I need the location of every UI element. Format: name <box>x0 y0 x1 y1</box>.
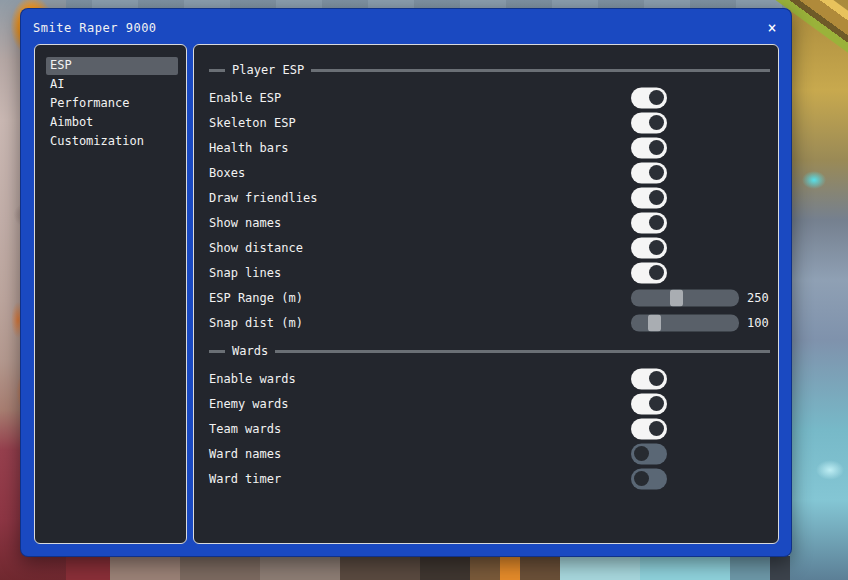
sidebar-item-ai[interactable]: AI <box>46 76 178 94</box>
separator-line <box>311 69 770 72</box>
setting-label: Boxes <box>209 166 245 180</box>
setting-row: Skeleton ESP <box>194 110 778 135</box>
setting-label: Team wards <box>209 422 281 436</box>
setting-label: Show names <box>209 216 281 230</box>
setting-row: Show names <box>194 210 778 235</box>
toggle-knob <box>649 140 664 155</box>
toggle-knob <box>649 371 664 386</box>
section-header-wards: Wards <box>209 341 770 361</box>
setting-row: Team wards <box>194 416 778 441</box>
setting-label: Snap dist (m) <box>209 316 303 330</box>
toggle-knob <box>649 190 664 205</box>
slider-value: 100 <box>747 316 769 330</box>
toggle-skeleton-esp[interactable] <box>631 112 667 133</box>
sidebar-item-performance[interactable]: Performance <box>46 95 178 113</box>
setting-row: Show distance <box>194 235 778 260</box>
slider-esp-range[interactable] <box>631 289 739 306</box>
toggle-knob <box>649 90 664 105</box>
separator-line <box>275 350 770 353</box>
toggle-snap-lines[interactable] <box>631 262 667 283</box>
toggle-enemy-wards[interactable] <box>631 393 667 414</box>
setting-row: Snap lines <box>194 260 778 285</box>
section-title: Wards <box>225 344 275 358</box>
setting-label: Enemy wards <box>209 397 288 411</box>
separator-dash <box>209 350 225 353</box>
toggle-knob <box>634 446 649 461</box>
setting-row: Enable ESP <box>194 85 778 110</box>
sidebar-item-customization[interactable]: Customization <box>46 133 178 151</box>
close-icon[interactable]: × <box>763 19 781 37</box>
toggle-show-distance[interactable] <box>631 237 667 258</box>
setting-label: Health bars <box>209 141 288 155</box>
toggle-team-wards[interactable] <box>631 418 667 439</box>
background-right-figure <box>790 0 848 580</box>
setting-row: Ward timer <box>194 466 778 491</box>
setting-row: Enemy wards <box>194 391 778 416</box>
toggle-knob <box>649 240 664 255</box>
setting-label: Snap lines <box>209 266 281 280</box>
section-title: Player ESP <box>225 63 311 77</box>
slider-value: 250 <box>747 291 769 305</box>
toggle-knob <box>649 421 664 436</box>
setting-label: Skeleton ESP <box>209 116 296 130</box>
setting-label: Ward names <box>209 447 281 461</box>
toggle-knob <box>649 165 664 180</box>
setting-row: Boxes <box>194 160 778 185</box>
sidebar-item-aimbot[interactable]: Aimbot <box>46 114 178 132</box>
settings-panel: Player ESP Enable ESP Skeleton ESP Healt… <box>193 44 779 544</box>
toggle-enable-esp[interactable] <box>631 87 667 108</box>
setting-row: ESP Range (m) 250 <box>194 285 778 310</box>
setting-label: Draw friendlies <box>209 191 317 205</box>
sidebar-item-esp[interactable]: ESP <box>46 57 178 75</box>
toggle-boxes[interactable] <box>631 162 667 183</box>
section-header-player-esp: Player ESP <box>209 60 770 80</box>
setting-label: Enable ESP <box>209 91 281 105</box>
toggle-ward-names[interactable] <box>631 443 667 464</box>
titlebar[interactable]: Smite Raper 9000 × <box>33 19 781 37</box>
toggle-knob <box>649 396 664 411</box>
cheat-menu-window: Smite Raper 9000 × ESP AI Performance Ai… <box>20 8 792 557</box>
setting-label: Show distance <box>209 241 303 255</box>
toggle-knob <box>649 115 664 130</box>
setting-row: Enable wards <box>194 366 778 391</box>
background-bottom-armor <box>0 556 848 580</box>
toggle-knob <box>649 215 664 230</box>
slider-handle[interactable] <box>648 314 661 331</box>
setting-label: Ward timer <box>209 472 281 486</box>
toggle-enable-wards[interactable] <box>631 368 667 389</box>
slider-snap-dist[interactable] <box>631 314 739 331</box>
setting-row: Draw friendlies <box>194 185 778 210</box>
toggle-health-bars[interactable] <box>631 137 667 158</box>
toggle-knob <box>649 265 664 280</box>
window-title: Smite Raper 9000 <box>33 21 157 35</box>
setting-row: Health bars <box>194 135 778 160</box>
toggle-ward-timer[interactable] <box>631 468 667 489</box>
toggle-draw-friendlies[interactable] <box>631 187 667 208</box>
slider-handle[interactable] <box>670 289 683 306</box>
setting-row: Ward names <box>194 441 778 466</box>
setting-label: ESP Range (m) <box>209 291 303 305</box>
setting-row: Snap dist (m) 100 <box>194 310 778 335</box>
setting-label: Enable wards <box>209 372 296 386</box>
separator-dash <box>209 69 225 72</box>
toggle-show-names[interactable] <box>631 212 667 233</box>
sidebar: ESP AI Performance Aimbot Customization <box>34 44 187 544</box>
toggle-knob <box>634 471 649 486</box>
